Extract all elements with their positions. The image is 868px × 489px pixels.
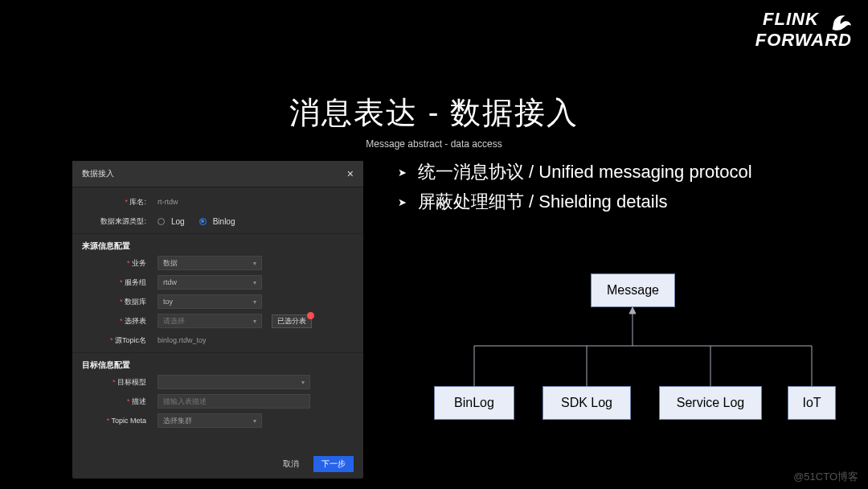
node-servicelog: Service Log (659, 386, 762, 420)
selected-tables-button[interactable]: 已选分表 (272, 314, 312, 328)
desc-label: 描述 (82, 397, 153, 407)
chevron-down-icon: ▾ (253, 260, 256, 267)
table-name-label: 库名: (82, 197, 153, 208)
chevron-down-icon: ▾ (253, 417, 256, 425)
desc-input[interactable]: 描输入表描述 (158, 394, 310, 409)
watermark: @51CTO博客 (793, 470, 858, 484)
select-table-label: 选择表 (82, 316, 153, 327)
dialog-title: 数据接入 (82, 168, 114, 179)
arrow-icon: ➤ (398, 164, 407, 194)
slide-title: 消息表达 - 数据接入 (289, 92, 579, 134)
svcgroup-label: 服务组 (82, 277, 153, 288)
biz-select[interactable]: 数据▾ (158, 256, 262, 270)
node-iot: IoT (788, 386, 836, 420)
node-sdklog: SDK Log (542, 386, 631, 420)
message-hierarchy-diagram: Message BinLog SDK Log Service Log IoT (418, 265, 844, 442)
src-topic-value: binlog.rtdw_toy (158, 336, 354, 344)
chevron-down-icon: ▾ (253, 298, 256, 306)
src-topic-label: 源Topic名 (82, 335, 153, 346)
node-message: Message (591, 273, 675, 307)
db-select[interactable]: toy▾ (158, 294, 262, 309)
table-name-value: rt-rtdw (158, 198, 354, 206)
target-model-select[interactable]: ▾ (158, 375, 310, 389)
chevron-down-icon: ▾ (301, 379, 305, 386)
topic-meta-select[interactable]: 选择集群▾ (158, 413, 262, 428)
select-table-select[interactable]: 请选择▾ (158, 314, 262, 328)
brand-logo: FLINK FORWARD (755, 11, 852, 49)
radio-log[interactable] (158, 218, 165, 225)
close-icon[interactable]: × (347, 167, 354, 180)
target-model-label: 目标模型 (82, 377, 153, 388)
svg-marker-1 (629, 307, 636, 314)
slide-subtitle: Message abstract - data access (366, 138, 502, 150)
logo-line2: FORWARD (755, 32, 852, 49)
bullet-list: ➤ 统一消息协议 / Unified messaging protocol ➤ … (398, 157, 752, 217)
cancel-button[interactable]: 取消 (275, 456, 307, 472)
section-target-title: 目标信息配置 (82, 360, 130, 369)
db-label: 数据库 (82, 297, 153, 307)
node-binlog: BinLog (434, 386, 514, 420)
bullet-item: ➤ 统一消息协议 / Unified messaging protocol (398, 157, 752, 187)
chevron-down-icon: ▾ (253, 318, 256, 325)
arrow-icon: ➤ (398, 194, 407, 224)
topic-meta-label: Topic Meta (82, 417, 153, 425)
source-type-label: 数据来源类型: (82, 216, 153, 227)
section-source-title: 来源信息配置 (82, 241, 130, 250)
next-button[interactable]: 下一步 (313, 456, 354, 472)
logo-line1: FLINK (763, 9, 819, 29)
data-access-dialog: 数据接入 × 库名: rt-rtdw 数据来源类型: Log Binlog 来源… (72, 161, 363, 479)
bullet-item: ➤ 屏蔽处理细节 / Shielding details (398, 187, 752, 216)
biz-label: 业务 (82, 258, 153, 269)
svcgroup-select[interactable]: rtdw▾ (158, 275, 262, 290)
radio-binlog[interactable] (199, 218, 207, 225)
chevron-down-icon: ▾ (253, 279, 256, 286)
